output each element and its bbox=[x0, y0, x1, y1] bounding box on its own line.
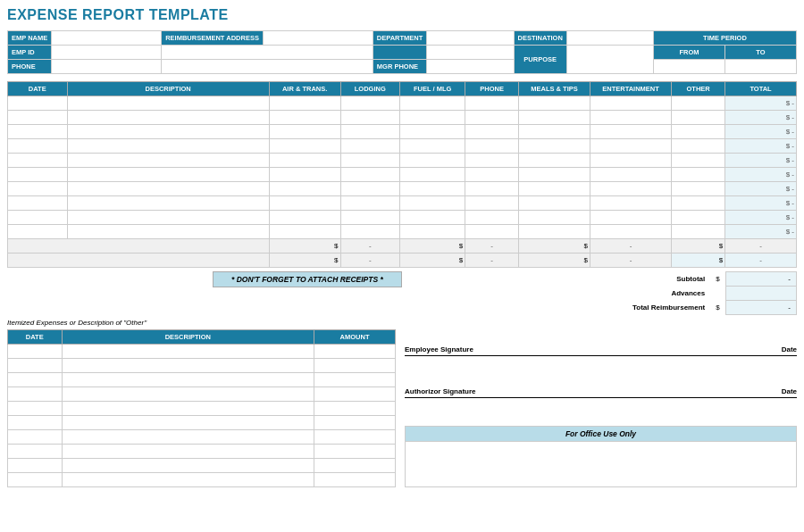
emp-id-value[interactable] bbox=[52, 46, 162, 60]
authorizer-date-label: Date bbox=[782, 387, 797, 395]
subtotal-value: - bbox=[725, 272, 796, 287]
list-item[interactable] bbox=[8, 373, 396, 387]
reimb-address-value[interactable] bbox=[263, 31, 373, 46]
advances-label: Advances bbox=[600, 287, 710, 301]
col-entertainment: ENTERTAINMENT bbox=[590, 82, 671, 96]
item-col-amount: AMOUNT bbox=[314, 330, 396, 345]
employee-date-label: Date bbox=[782, 345, 797, 353]
authorizer-sig-row: Authorizor Signature Date bbox=[405, 387, 797, 398]
item-col-date: DATE bbox=[8, 330, 63, 345]
table-row[interactable]: $ - bbox=[8, 168, 797, 182]
authorizer-sig-label: Authorizor Signature bbox=[405, 387, 476, 395]
manager-value[interactable] bbox=[427, 46, 514, 60]
purpose-value[interactable] bbox=[566, 46, 653, 74]
subtotal-dollar: $ bbox=[710, 272, 725, 287]
col-lodging: LODGING bbox=[340, 82, 400, 96]
department-label: DEPARTMENT bbox=[373, 31, 427, 46]
table-row[interactable]: $ - bbox=[8, 225, 797, 239]
header-section: EMP NAME REIMBURSEMENT ADDRESS DEPARTMEN… bbox=[7, 30, 797, 74]
bottom-section: Itemized Expenses or Description of "Oth… bbox=[7, 319, 797, 487]
subtotal-label: Subtotal bbox=[600, 272, 710, 287]
total-reimb-dollar: $ bbox=[710, 301, 725, 315]
office-only-body bbox=[406, 442, 796, 486]
table-row[interactable]: $ - bbox=[8, 96, 797, 111]
destination-label: DESTINATION bbox=[514, 31, 566, 46]
page-title: EXPENSE REPORT TEMPLATE bbox=[7, 7, 797, 23]
list-item[interactable] bbox=[8, 402, 396, 416]
list-item[interactable] bbox=[8, 459, 396, 473]
table-row[interactable]: $ - bbox=[8, 111, 797, 125]
mgr-phone-value[interactable] bbox=[427, 60, 514, 74]
reimb-address-value2[interactable] bbox=[162, 46, 373, 60]
to-value[interactable] bbox=[725, 60, 797, 74]
item-col-description: DESCRIPTION bbox=[62, 330, 314, 345]
phone-label: PHONE bbox=[8, 60, 52, 74]
total-reimb-label: Total Reimbursement bbox=[600, 301, 710, 315]
col-total: TOTAL bbox=[725, 82, 797, 96]
table-row[interactable]: $ - bbox=[8, 211, 797, 225]
phone-value[interactable] bbox=[52, 60, 162, 74]
col-meals: MEALS & TIPS bbox=[519, 82, 590, 96]
office-only-header: For Office Use Only bbox=[406, 427, 796, 442]
col-phone: PHONE bbox=[465, 82, 519, 96]
itemized-section: Itemized Expenses or Description of "Oth… bbox=[7, 319, 396, 487]
col-date: DATE bbox=[8, 82, 68, 96]
reminder-area: * DON'T FORGET TO ATTACH RECEIPTS * bbox=[7, 271, 402, 287]
advances-value bbox=[725, 287, 796, 301]
col-description: DESCRIPTION bbox=[67, 82, 269, 96]
from-value[interactable] bbox=[654, 60, 725, 74]
totals-row2: $ - $ - $ - $ - bbox=[8, 254, 797, 268]
reminder-banner: * DON'T FORGET TO ATTACH RECEIPTS * bbox=[213, 271, 402, 287]
phone-value2[interactable] bbox=[162, 60, 373, 74]
department-value[interactable] bbox=[427, 31, 514, 46]
reimb-address-label: REIMBURSEMENT ADDRESS bbox=[162, 31, 264, 46]
list-item[interactable] bbox=[8, 387, 396, 402]
table-row[interactable]: $ - bbox=[8, 139, 797, 154]
totals-row: $ - $ - $ - $ - bbox=[8, 239, 797, 254]
to-label: TO bbox=[725, 46, 797, 60]
total-reimb-value: - bbox=[725, 301, 796, 315]
list-item[interactable] bbox=[8, 416, 396, 430]
emp-name-label: EMP NAME bbox=[8, 31, 52, 46]
time-period-label: TIME PERIOD bbox=[654, 31, 797, 46]
from-label: FROM bbox=[654, 46, 725, 60]
signatures-section: Employee Signature Date Authorizor Signa… bbox=[405, 319, 797, 487]
table-row[interactable]: $ - bbox=[8, 154, 797, 168]
emp-id-label: EMP ID bbox=[8, 46, 52, 60]
list-item[interactable] bbox=[8, 345, 396, 359]
employee-sig-label: Employee Signature bbox=[405, 345, 473, 353]
destination-value[interactable] bbox=[566, 31, 653, 46]
table-row[interactable]: $ - bbox=[8, 182, 797, 196]
col-air-trans: AIR & TRANS. bbox=[269, 82, 340, 96]
manager-label bbox=[373, 46, 427, 60]
itemized-table: DATE DESCRIPTION AMOUNT bbox=[7, 329, 396, 487]
purpose-label: PURPOSE bbox=[514, 46, 566, 74]
col-fuel: FUEL / MLG bbox=[400, 82, 465, 96]
table-row[interactable]: $ - bbox=[8, 125, 797, 139]
emp-name-value[interactable] bbox=[52, 31, 162, 46]
list-item[interactable] bbox=[8, 445, 396, 459]
expense-table: DATE DESCRIPTION AIR & TRANS. LODGING FU… bbox=[7, 81, 797, 268]
list-item[interactable] bbox=[8, 430, 396, 445]
office-only-box: For Office Use Only bbox=[405, 426, 797, 487]
summary-table: Subtotal $ - Advances Total Reimbursemen… bbox=[600, 271, 797, 315]
advances-dollar bbox=[710, 287, 725, 301]
table-row[interactable]: $ - bbox=[8, 196, 797, 211]
list-item[interactable] bbox=[8, 359, 396, 373]
list-item[interactable] bbox=[8, 473, 396, 487]
employee-sig-row: Employee Signature Date bbox=[405, 345, 797, 356]
col-other: OTHER bbox=[672, 82, 725, 96]
mgr-phone-label: MGR PHONE bbox=[373, 60, 427, 74]
itemized-label: Itemized Expenses or Description of "Oth… bbox=[7, 319, 396, 327]
